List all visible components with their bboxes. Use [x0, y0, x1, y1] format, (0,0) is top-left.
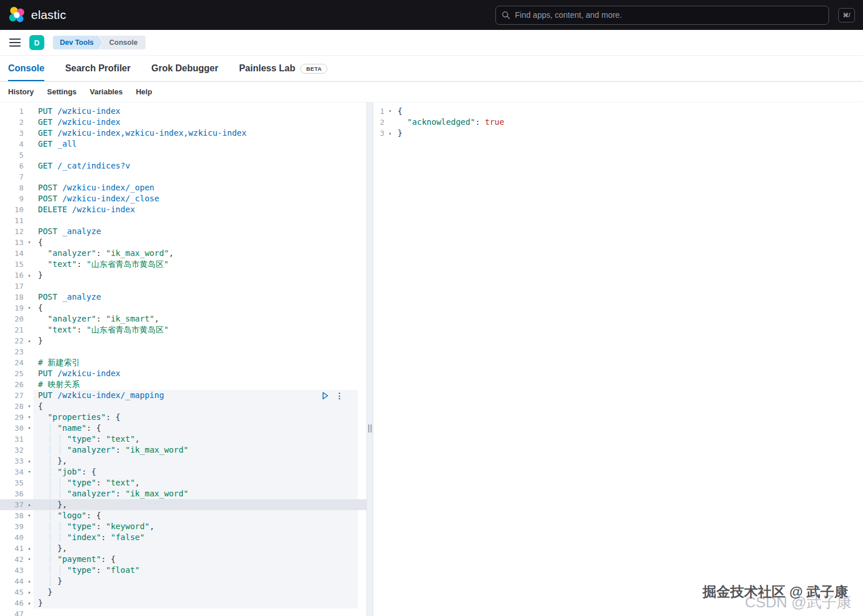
fold-open-icon[interactable]: ▾: [25, 423, 33, 434]
code-line[interactable]: 20 "analyzer": "ik_smart",: [0, 313, 366, 324]
menu-variables[interactable]: Variables: [90, 87, 123, 96]
code-text[interactable]: │ │ "type": "text",: [33, 434, 358, 445]
code-text[interactable]: PUT /wzkicu-index: [33, 106, 358, 117]
code-text[interactable]: GET _all: [33, 139, 358, 150]
code-text[interactable]: }: [33, 598, 358, 609]
code-line[interactable]: 38▾ │ "logo": {: [0, 510, 366, 521]
code-text[interactable]: PUT /wzkicu-index/_mapping: [33, 390, 358, 401]
code-text[interactable]: │ │ "type": "keyword",: [33, 521, 358, 532]
code-text[interactable]: GET /_cat/indices?v: [33, 160, 358, 171]
code-line[interactable]: 33▴ │ },: [0, 456, 366, 466]
code-line[interactable]: 47: [0, 609, 366, 616]
code-line[interactable]: 9POST /wzkicu-index/_close: [0, 193, 366, 204]
menu-settings[interactable]: Settings: [47, 87, 77, 96]
response-pane[interactable]: 1▾{2 "acknowledged": true3▴}: [373, 102, 863, 616]
code-line[interactable]: 8POST /wzkicu-index/_open: [0, 182, 366, 193]
fold-open-icon[interactable]: ▾: [25, 412, 33, 423]
fold-open-icon[interactable]: ▾: [25, 401, 33, 412]
tab-console[interactable]: Console: [8, 56, 44, 81]
code-line[interactable]: 39 │ │ "type": "keyword",: [0, 521, 366, 532]
code-text[interactable]: │ "job": {: [33, 466, 358, 477]
code-text[interactable]: "analyzer": "ik_smart",: [33, 313, 358, 324]
code-text[interactable]: "analyzer": "ik_max_word",: [33, 248, 358, 259]
fold-open-icon[interactable]: ▾: [25, 466, 33, 477]
code-line[interactable]: 32 │ │ "analyzer": "ik_max_word": [0, 445, 366, 456]
code-text[interactable]: │ "logo": {: [33, 510, 358, 521]
code-line[interactable]: 42▾ │ "payment": {: [0, 554, 366, 565]
tab-painless-lab[interactable]: Painless Lab BETA: [239, 56, 327, 81]
code-line[interactable]: 13▾{: [0, 237, 366, 248]
code-text[interactable]: [33, 281, 358, 292]
menu-history[interactable]: History: [8, 87, 34, 96]
code-line[interactable]: 31 │ │ "type": "text",: [0, 434, 366, 445]
code-text[interactable]: }: [33, 270, 358, 281]
fold-open-icon[interactable]: ▾: [25, 237, 33, 248]
fold-open-icon[interactable]: ▾: [25, 554, 33, 565]
code-line[interactable]: 6GET /_cat/indices?v: [0, 160, 366, 171]
code-line[interactable]: 25PUT /wzkicu-index: [0, 368, 366, 379]
fold-close-icon[interactable]: ▴: [25, 576, 33, 587]
search-input[interactable]: [515, 10, 823, 20]
code-text[interactable]: POST _analyze: [33, 292, 358, 303]
fold-close-icon[interactable]: ▴: [25, 499, 33, 510]
code-text[interactable]: "properties": {: [33, 412, 358, 423]
code-line[interactable]: 46▴}: [0, 598, 366, 609]
code-text[interactable]: [33, 150, 358, 160]
code-line[interactable]: 36 │ │ "analyzer": "ik_max_word": [0, 488, 366, 499]
code-text[interactable]: │ │ "type": "text",: [33, 477, 358, 488]
code-text[interactable]: POST _analyze: [33, 226, 358, 237]
code-line[interactable]: 1▾{: [373, 106, 863, 117]
code-text[interactable]: {: [33, 237, 358, 248]
code-line[interactable]: 10DELETE /wzkicu-index: [0, 204, 366, 215]
code-text[interactable]: # 新建索引: [33, 357, 358, 368]
code-text[interactable]: [33, 215, 358, 226]
code-line[interactable]: 24# 新建索引: [0, 357, 366, 368]
code-line[interactable]: 12POST _analyze: [0, 226, 366, 237]
fold-close-icon[interactable]: ▴: [25, 598, 33, 609]
code-line[interactable]: 23: [0, 346, 366, 357]
request-editor-pane[interactable]: 1PUT /wzkicu-index2GET /wzkicu-index3GET…: [0, 102, 366, 616]
tab-search-profiler[interactable]: Search Profiler: [65, 56, 131, 81]
fold-close-icon[interactable]: ▴: [25, 335, 33, 346]
code-text[interactable]: }: [33, 335, 358, 346]
code-text[interactable]: DELETE /wzkicu-index: [33, 204, 358, 215]
fold-close-icon[interactable]: ▴: [25, 456, 33, 466]
code-text[interactable]: │ },: [33, 499, 358, 510]
code-line[interactable]: 41▴ │ },: [0, 543, 366, 554]
fold-open-icon[interactable]: ▾: [25, 303, 33, 313]
code-text[interactable]: "acknowledged": true: [394, 117, 863, 128]
pane-splitter[interactable]: [366, 102, 373, 616]
code-line[interactable]: 28▾{: [0, 401, 366, 412]
menu-toggle-icon[interactable]: [9, 38, 21, 47]
code-line[interactable]: 40 │ │ "index": "false": [0, 532, 366, 543]
code-line[interactable]: 5: [0, 150, 366, 160]
code-line[interactable]: 2 "acknowledged": true: [373, 117, 863, 128]
menu-help[interactable]: Help: [136, 87, 152, 96]
code-text[interactable]: {: [33, 303, 358, 313]
code-line[interactable]: 1PUT /wzkicu-index: [0, 106, 366, 117]
code-line[interactable]: 30▾ │ "name": {: [0, 423, 366, 434]
code-line[interactable]: 44▴ │ }: [0, 576, 366, 587]
code-line[interactable]: 26# 映射关系: [0, 379, 366, 390]
code-text[interactable]: POST /wzkicu-index/_open: [33, 182, 358, 193]
code-line[interactable]: 37▴ │ },: [0, 499, 366, 510]
request-menu-icon[interactable]: ⋮: [335, 392, 343, 400]
code-line[interactable]: 21 "text": "山东省青岛市黄岛区": [0, 324, 366, 335]
code-line[interactable]: 14 "analyzer": "ik_max_word",: [0, 248, 366, 259]
code-text[interactable]: GET /wzkicu-index,wzkicu-index,wzkicu-in…: [33, 128, 358, 139]
code-line[interactable]: 22▴}: [0, 335, 366, 346]
code-text[interactable]: [33, 609, 358, 616]
fold-close-icon[interactable]: ▴: [25, 270, 33, 281]
code-line[interactable]: 34▾ │ "job": {: [0, 466, 366, 477]
play-request-icon[interactable]: [322, 392, 329, 400]
splitter-handle-icon[interactable]: [368, 424, 372, 433]
code-text[interactable]: GET /wzkicu-index: [33, 117, 358, 128]
code-text[interactable]: │ │ "analyzer": "ik_max_word": [33, 445, 358, 456]
code-text[interactable]: │ │ "analyzer": "ik_max_word": [33, 488, 358, 499]
code-text[interactable]: │ │ "type": "float": [33, 565, 358, 576]
code-line[interactable]: 35 │ │ "type": "text",: [0, 477, 366, 488]
code-text[interactable]: │ },: [33, 456, 358, 466]
fold-close-icon[interactable]: ▴: [25, 543, 33, 554]
code-line[interactable]: 27PUT /wzkicu-index/_mapping⋮: [0, 390, 366, 401]
code-text[interactable]: }: [394, 128, 863, 139]
